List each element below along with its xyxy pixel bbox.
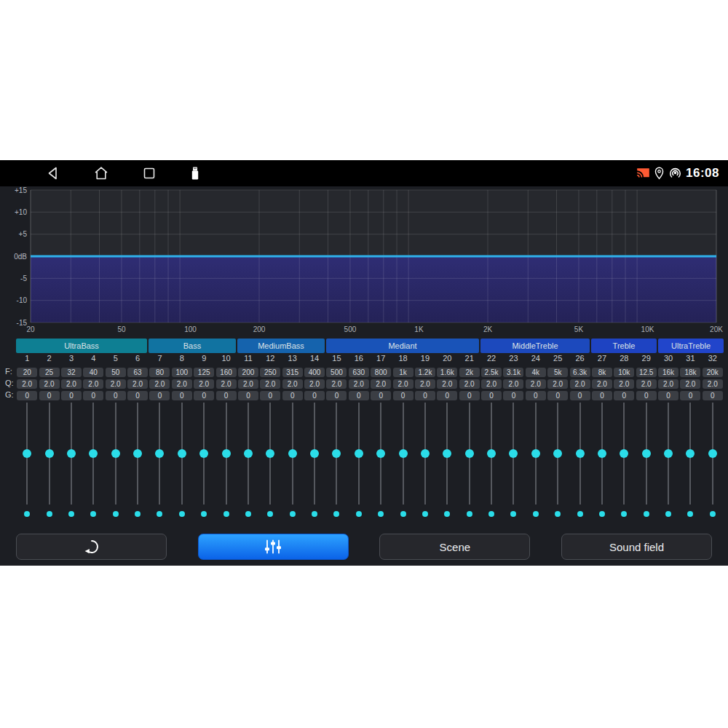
channel-number: 5 <box>114 354 118 363</box>
slider-knob[interactable] <box>310 449 319 458</box>
gain-slider[interactable] <box>480 403 502 505</box>
channel-number: 18 <box>398 354 407 363</box>
q-value-chip: 2.0 <box>614 379 634 389</box>
freq-value-chip: 18k <box>680 368 700 377</box>
q-value-chip: 2.0 <box>658 379 678 389</box>
gain-slider[interactable] <box>171 403 193 505</box>
gain-slider[interactable] <box>636 403 657 505</box>
channel-number: 12 <box>266 354 274 363</box>
slider-knob[interactable] <box>332 449 341 458</box>
channel-number: 20 <box>443 354 451 363</box>
slider-knob[interactable] <box>155 449 164 458</box>
gain-slider[interactable] <box>259 403 281 505</box>
gain-slider[interactable] <box>215 403 237 505</box>
slider-knob[interactable] <box>553 449 562 458</box>
channel-dot <box>223 511 229 517</box>
gain-slider[interactable] <box>348 403 370 505</box>
slider-knob[interactable] <box>178 449 186 458</box>
slider-knob[interactable] <box>23 449 31 458</box>
gain-slider[interactable] <box>82 403 104 505</box>
band-label: MiddleTreble <box>512 341 558 350</box>
gain-slider[interactable] <box>525 403 547 505</box>
slider-knob[interactable] <box>598 449 606 458</box>
gain-slider[interactable] <box>325 403 347 505</box>
slider-knob[interactable] <box>244 449 253 458</box>
slider-knob[interactable] <box>664 449 673 458</box>
eq-button[interactable] <box>198 534 349 560</box>
channel-dot <box>157 511 162 517</box>
gain-slider[interactable] <box>105 403 127 505</box>
slider-knob[interactable] <box>133 449 142 458</box>
slider-knob[interactable] <box>199 449 208 458</box>
slider-knob[interactable] <box>443 449 451 458</box>
slider-knob[interactable] <box>266 449 274 458</box>
usb-drive-icon[interactable] <box>188 166 202 181</box>
sound-field-button[interactable]: Sound field <box>561 534 712 560</box>
channel-dot <box>710 511 716 517</box>
gain-value-chip: 0 <box>636 391 657 400</box>
gain-slider[interactable] <box>569 403 590 505</box>
gain-slider[interactable] <box>193 403 215 505</box>
svg-text:100: 100 <box>184 325 197 333</box>
slider-knob[interactable] <box>686 449 695 458</box>
gain-slider[interactable] <box>60 403 82 505</box>
gain-slider[interactable] <box>16 403 38 505</box>
reset-button[interactable] <box>16 534 167 560</box>
gain-slider[interactable] <box>459 403 480 505</box>
gain-slider[interactable] <box>702 403 724 505</box>
channel-number: 27 <box>598 354 606 363</box>
slider-knob[interactable] <box>465 449 474 458</box>
channel-dot <box>665 511 671 517</box>
slider-knob[interactable] <box>620 449 628 458</box>
slider-knob[interactable] <box>89 449 98 458</box>
slider-knob[interactable] <box>708 449 717 458</box>
band-label: Bass <box>183 341 201 350</box>
freq-value-chip: 80 <box>149 368 170 377</box>
gain-slider[interactable] <box>304 403 325 505</box>
slider-knob[interactable] <box>355 449 363 458</box>
slider-knob[interactable] <box>421 449 430 458</box>
slider-knob[interactable] <box>487 449 496 458</box>
band-label: UltraTreble <box>671 341 711 350</box>
gain-slider[interactable] <box>370 403 392 505</box>
slider-knob[interactable] <box>509 449 518 458</box>
svg-text:10K: 10K <box>641 325 654 333</box>
freq-value-chip: 2k <box>459 368 480 377</box>
q-value-chip: 2.0 <box>570 379 590 389</box>
slider-knob[interactable] <box>642 449 651 458</box>
slider-knob[interactable] <box>45 449 54 458</box>
scene-button[interactable]: Scene <box>379 534 530 560</box>
slider-knob[interactable] <box>111 449 120 458</box>
recents-icon[interactable] <box>142 166 157 181</box>
gain-slider[interactable] <box>38 403 60 505</box>
svg-text:0dB: 0dB <box>14 253 27 261</box>
q-value-chip: 2.0 <box>592 379 612 389</box>
gain-slider[interactable] <box>679 403 701 505</box>
home-icon[interactable] <box>94 166 108 181</box>
gain-slider[interactable] <box>613 403 635 505</box>
back-icon[interactable] <box>46 166 60 181</box>
slider-knob[interactable] <box>222 449 231 458</box>
slider-knob[interactable] <box>576 449 585 458</box>
gain-slider[interactable] <box>436 403 458 505</box>
gain-slider[interactable] <box>502 403 524 505</box>
slider-knob[interactable] <box>399 449 408 458</box>
slider-knob[interactable] <box>531 449 540 458</box>
gain-slider[interactable] <box>591 403 613 505</box>
slider-knob[interactable] <box>288 449 297 458</box>
bottom-button-bar: Scene Sound field <box>16 534 712 560</box>
gain-slider[interactable] <box>657 403 679 505</box>
gain-slider[interactable] <box>282 403 304 505</box>
gain-slider[interactable] <box>414 403 436 505</box>
head-unit-eq-screen: 16:08 +15+10+50dB-5-10-1520501002005001K… <box>0 160 728 566</box>
q-value-chip: 2.0 <box>127 379 148 389</box>
gain-slider[interactable] <box>237 403 259 505</box>
slider-knob[interactable] <box>67 449 76 458</box>
gain-slider[interactable] <box>392 403 414 505</box>
slider-knob[interactable] <box>376 449 385 458</box>
freq-value-chip: 1.2k <box>415 368 435 377</box>
gain-slider[interactable] <box>149 403 170 505</box>
gain-slider[interactable] <box>547 403 569 505</box>
gain-value-chip: 0 <box>459 391 480 400</box>
gain-slider[interactable] <box>127 403 149 505</box>
